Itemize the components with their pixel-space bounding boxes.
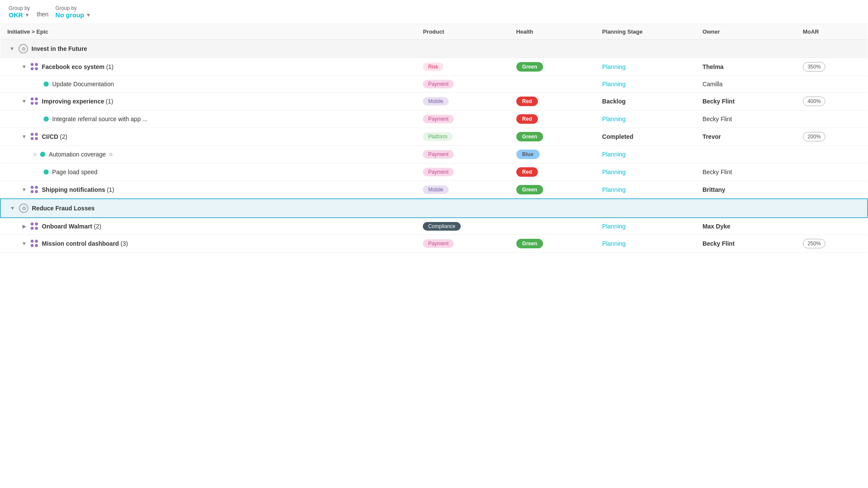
- product-badge: Payment: [423, 115, 453, 123]
- epic-product-cell: Compliance: [416, 218, 509, 235]
- product-badge: Mobile: [423, 97, 448, 106]
- epic-owner-cell: Max Dyke: [696, 218, 796, 235]
- health-badge: Red: [516, 114, 538, 124]
- planning-text: Backlog: [602, 98, 625, 105]
- collapse-icon[interactable]: ▼: [9, 205, 16, 211]
- group-cell: ▼ ⊙ Invest in the Future: [0, 40, 868, 58]
- planning-link[interactable]: Planning: [602, 81, 626, 88]
- planning-link[interactable]: Planning: [602, 151, 626, 158]
- epic-toggle-icon[interactable]: ▼: [21, 134, 27, 140]
- group-name: Invest in the Future: [31, 45, 87, 52]
- item-name-cell: Integrate referral source with app ...: [0, 110, 416, 128]
- planning-link[interactable]: Planning: [602, 223, 626, 230]
- owner-name: Max Dyke: [703, 223, 731, 230]
- main-table-container: Initiative > Epic Product Health Plannin…: [0, 24, 868, 253]
- collapse-icon[interactable]: ▼: [9, 46, 15, 52]
- group-by-2-value: No group: [56, 11, 84, 19]
- product-badge: Payment: [423, 150, 453, 159]
- epic-moar-cell: [796, 181, 868, 199]
- epic-icon: [31, 222, 38, 230]
- external-link-icon[interactable]: ⧉: [109, 152, 112, 157]
- col-planning-stage: Planning Stage: [595, 24, 696, 40]
- item-product-cell: Payment: [416, 146, 509, 163]
- owner-name: Becky Flint: [703, 98, 735, 105]
- moar-badge: 250%: [803, 239, 826, 248]
- epic-owner-cell: Thelma: [696, 58, 796, 76]
- planning-text: Completed: [602, 133, 633, 140]
- epic-name-cell: ▶ Onboard Walmart (2): [0, 218, 416, 235]
- group-by-1-value: OKR: [9, 11, 23, 19]
- table-row: Update Documentation Payment Planning Ca…: [0, 76, 868, 93]
- epic-row: ▶ Onboard Walmart (2) Compliance Plannin…: [0, 218, 868, 235]
- planning-link[interactable]: Planning: [602, 186, 626, 193]
- group-cell: ▼ ⊙ Reduce Fraud Losses: [0, 199, 868, 218]
- epic-name-cell: ▼ CI/CD (2): [0, 128, 416, 146]
- item-name: Page load speed: [52, 169, 97, 175]
- table-row: Page load speed Payment Red Planning Bec…: [0, 163, 868, 181]
- group-by-1-dropdown[interactable]: OKR ▼: [9, 11, 30, 19]
- group-row: ▼ ⊙ Reduce Fraud Losses: [0, 199, 868, 218]
- product-badge: Mobile: [423, 185, 448, 194]
- group-by-2-label: Group by: [56, 5, 91, 11]
- item-owner-cell: [696, 146, 796, 163]
- owner-name: Brittany: [703, 186, 725, 193]
- drag-handle-icon[interactable]: ≡: [33, 151, 37, 158]
- epic-owner-cell: Trevor: [696, 128, 796, 146]
- moar-badge: 200%: [803, 132, 826, 141]
- planning-link[interactable]: Planning: [602, 240, 626, 247]
- owner-name: Becky Flint: [703, 240, 735, 247]
- epic-toggle-icon[interactable]: ▼: [21, 241, 27, 247]
- group-by-2-dropdown[interactable]: No group ▼: [56, 11, 91, 19]
- epic-planning-cell: Backlog: [595, 93, 696, 110]
- col-initiative-epic: Initiative > Epic: [0, 24, 416, 40]
- health-badge: Blue: [516, 150, 540, 159]
- group-by-2: Group by No group ▼: [56, 5, 91, 19]
- product-badge: Payment: [423, 168, 453, 176]
- initiative-icon: ⊙: [19, 203, 28, 213]
- owner-name: Trevor: [703, 133, 721, 140]
- chevron-down-icon: ▼: [25, 12, 30, 18]
- chevron-down-icon-2: ▼: [86, 12, 91, 18]
- epic-icon: [31, 63, 38, 71]
- item-moar-cell: [796, 76, 868, 93]
- item-health-cell: Blue: [509, 146, 596, 163]
- product-badge: Payment: [423, 239, 453, 248]
- item-moar-cell: [796, 146, 868, 163]
- item-name-cell: Page load speed: [0, 163, 416, 181]
- epic-name: Shipping notifications (1): [42, 186, 114, 193]
- health-badge: Green: [516, 239, 543, 248]
- group-by-1: Group by OKR ▼: [9, 5, 30, 19]
- epic-planning-cell: Planning: [595, 58, 696, 76]
- epic-name-cell: ▼ Facebook eco system (1): [0, 58, 416, 76]
- epic-toggle-icon[interactable]: ▶: [21, 223, 27, 229]
- planning-link[interactable]: Planning: [602, 63, 626, 70]
- item-dot-icon: [40, 152, 45, 157]
- moar-badge: 400%: [803, 97, 826, 106]
- epic-moar-cell: 350%: [796, 58, 868, 76]
- item-moar-cell: [796, 110, 868, 128]
- epic-moar-cell: [796, 218, 868, 235]
- epic-row: ▼ Mission control dashboard (3) Payment …: [0, 235, 868, 253]
- planning-link[interactable]: Planning: [602, 116, 626, 122]
- planning-link[interactable]: Planning: [602, 169, 626, 175]
- item-owner-cell: Becky Flint: [696, 110, 796, 128]
- col-health: Health: [509, 24, 596, 40]
- item-health-cell: Red: [509, 110, 596, 128]
- item-planning-cell: Planning: [595, 110, 696, 128]
- col-owner: Owner: [696, 24, 796, 40]
- epic-name: Improving experience (1): [42, 98, 113, 105]
- epic-toggle-icon[interactable]: ▼: [21, 64, 27, 70]
- epic-product-cell: Platform: [416, 128, 509, 146]
- item-health-cell: [509, 76, 596, 93]
- epic-toggle-icon[interactable]: ▼: [21, 98, 27, 104]
- item-planning-cell: Planning: [595, 163, 696, 181]
- moar-badge: 350%: [803, 62, 826, 72]
- epic-name: Mission control dashboard (3): [42, 240, 128, 247]
- table-header-row: Initiative > Epic Product Health Plannin…: [0, 24, 868, 40]
- health-badge: Green: [516, 132, 543, 141]
- col-moar: MoAR: [796, 24, 868, 40]
- item-name: Update Documentation: [52, 81, 114, 88]
- table-row: Integrate referral source with app ... P…: [0, 110, 868, 128]
- epic-product-cell: Mobile: [416, 93, 509, 110]
- epic-toggle-icon[interactable]: ▼: [21, 187, 27, 193]
